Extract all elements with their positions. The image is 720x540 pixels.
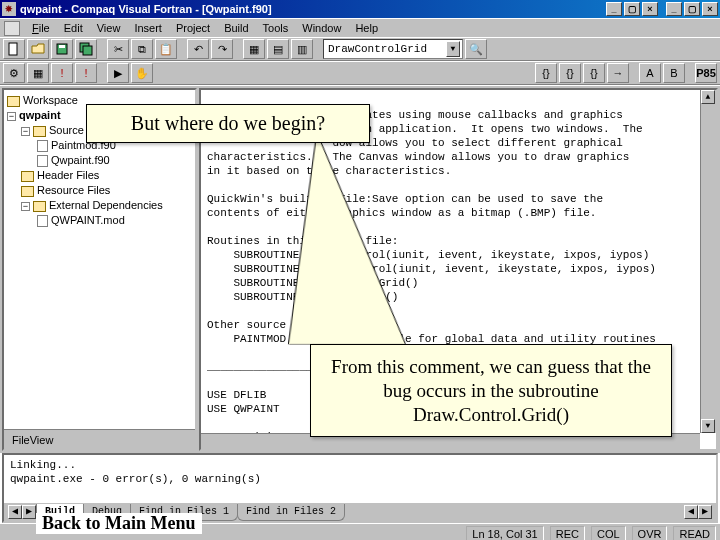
tab-prev-icon[interactable]: ◀ — [8, 505, 22, 519]
code-line: USE QWPAINT — [207, 403, 280, 415]
collapse-icon[interactable]: − — [7, 112, 16, 121]
save-all-button[interactable] — [75, 39, 97, 59]
project-node[interactable]: qwpaint — [19, 109, 61, 121]
scroll-down-icon[interactable]: ▼ — [701, 419, 715, 433]
breakpoint-button[interactable]: ✋ — [131, 63, 153, 83]
workspace-button[interactable]: ▦ — [243, 39, 265, 59]
svg-rect-4 — [83, 46, 92, 55]
tool-b-button[interactable]: B — [663, 63, 685, 83]
status-col: COL — [591, 526, 626, 541]
close-button[interactable]: × — [642, 2, 658, 16]
code-line: SUBROUTINE BrushControl(iunit, ievent, i… — [207, 249, 649, 261]
status-read: READ — [673, 526, 716, 541]
profile-button[interactable]: P85 — [695, 63, 717, 83]
step-into-button[interactable]: {} — [535, 63, 557, 83]
cut-button[interactable]: ✂ — [107, 39, 129, 59]
menu-insert[interactable]: Insert — [128, 20, 168, 36]
status-ovr: OVR — [632, 526, 668, 541]
chevron-down-icon[interactable]: ▼ — [446, 41, 460, 57]
copy-button[interactable]: ⧉ — [131, 39, 153, 59]
paste-button[interactable]: 📋 — [155, 39, 177, 59]
file-qwpaint[interactable]: Qwpaint.f90 — [51, 154, 110, 166]
file-icon — [37, 140, 48, 152]
back-to-main-link[interactable]: Back to Main Menu — [36, 513, 202, 534]
window-titlebar: ✵ qwpaint - Compaq Visual Fortran - [Qwp… — [0, 0, 720, 18]
mdi-doc-icon — [4, 21, 20, 36]
callout-tail — [289, 134, 427, 344]
menubar: File Edit View Insert Project Build Tool… — [0, 18, 720, 37]
find-combo-text: DrawControlGrid — [328, 43, 427, 55]
tab-find2[interactable]: Find in Files 2 — [237, 504, 345, 521]
out-scroll-left-icon[interactable]: ◀ — [684, 505, 698, 519]
folder-icon — [33, 126, 46, 137]
file-icon — [37, 215, 48, 227]
menu-window[interactable]: Window — [296, 20, 347, 36]
svg-rect-0 — [9, 43, 17, 55]
window-list-button[interactable]: ▥ — [291, 39, 313, 59]
find-button[interactable]: 🔍 — [465, 39, 487, 59]
folder-icon — [21, 171, 34, 182]
mdi-close-button[interactable]: × — [702, 2, 718, 16]
collapse-icon[interactable]: − — [21, 202, 30, 211]
mdi-maximize-button[interactable]: ▢ — [684, 2, 700, 16]
new-button[interactable] — [3, 39, 25, 59]
save-button[interactable] — [51, 39, 73, 59]
step-out-button[interactable]: {} — [583, 63, 605, 83]
code-line: SUBROUTINE CanvasControl(iunit, ievent, … — [207, 263, 656, 275]
execute-button[interactable]: ! — [75, 63, 97, 83]
output-line: qwpaint.exe - 0 error(s), 0 warning(s) — [10, 472, 710, 486]
app-name: qwpaint - — [20, 3, 71, 15]
toolbar-standard: ✂ ⧉ 📋 ↶ ↷ ▦ ▤ ▥ DrawControlGrid ▼ 🔍 — [0, 37, 720, 61]
find-combo[interactable]: DrawControlGrid ▼ — [323, 39, 463, 59]
step-over-button[interactable]: {} — [559, 63, 581, 83]
menu-help[interactable]: Help — [349, 20, 384, 36]
workspace-icon — [7, 96, 20, 107]
workspace-label: Workspace — [23, 94, 78, 106]
document-name: [Qwpaint.f90] — [202, 3, 272, 15]
output-line: Linking... — [10, 458, 710, 472]
cursor-position: Ln 18, Col 31 — [466, 526, 543, 541]
header-files-folder[interactable]: Header Files — [37, 169, 99, 181]
callout-question: But where do we begin? — [86, 104, 370, 143]
mdi-minimize-button[interactable]: _ — [666, 2, 682, 16]
menu-edit[interactable]: Edit — [58, 20, 89, 36]
undo-button[interactable]: ↶ — [187, 39, 209, 59]
open-button[interactable] — [27, 39, 49, 59]
menu-file[interactable]: File — [26, 20, 56, 36]
build-button[interactable]: ▦ — [27, 63, 49, 83]
menu-tools[interactable]: Tools — [257, 20, 295, 36]
folder-icon — [33, 201, 46, 212]
minimize-button[interactable]: _ — [606, 2, 622, 16]
redo-button[interactable]: ↷ — [211, 39, 233, 59]
resource-files-folder[interactable]: Resource Files — [37, 184, 110, 196]
compile-button[interactable]: ⚙ — [3, 63, 25, 83]
menu-build[interactable]: Build — [218, 20, 254, 36]
code-line: USE DFLIB — [207, 389, 266, 401]
app-icon: ✵ — [2, 2, 16, 16]
product-name: Compaq Visual Fortran - — [71, 3, 202, 15]
scroll-up-icon[interactable]: ▲ — [701, 90, 715, 104]
tab-next-icon[interactable]: ▶ — [22, 505, 36, 519]
file-icon — [37, 155, 48, 167]
tool-a-button[interactable]: A — [639, 63, 661, 83]
file-qwpaint-mod[interactable]: QWPAINT.mod — [51, 214, 125, 226]
folder-icon — [21, 186, 34, 197]
collapse-icon[interactable]: − — [21, 127, 30, 136]
window-title: qwpaint - Compaq Visual Fortran - [Qwpai… — [20, 3, 606, 15]
stop-build-button[interactable]: ! — [51, 63, 73, 83]
external-deps-folder[interactable]: External Dependencies — [49, 199, 163, 211]
go-button[interactable]: ▶ — [107, 63, 129, 83]
status-rec: REC — [550, 526, 585, 541]
menu-view[interactable]: View — [91, 20, 127, 36]
toolbar-build: ⚙ ▦ ! ! ▶ ✋ {} {} {} → A B P85 — [0, 61, 720, 85]
callout-answer: From this comment, we can guess that the… — [310, 344, 672, 437]
run-to-cursor-button[interactable]: → — [607, 63, 629, 83]
vertical-scrollbar[interactable]: ▲ ▼ — [700, 90, 716, 433]
svg-rect-2 — [59, 45, 65, 48]
output-button[interactable]: ▤ — [267, 39, 289, 59]
menu-project[interactable]: Project — [170, 20, 216, 36]
fileview-label: FileView — [12, 434, 53, 446]
out-scroll-right-icon[interactable]: ▶ — [698, 505, 712, 519]
fileview-tab[interactable]: FileView — [4, 429, 195, 449]
maximize-button[interactable]: ▢ — [624, 2, 640, 16]
